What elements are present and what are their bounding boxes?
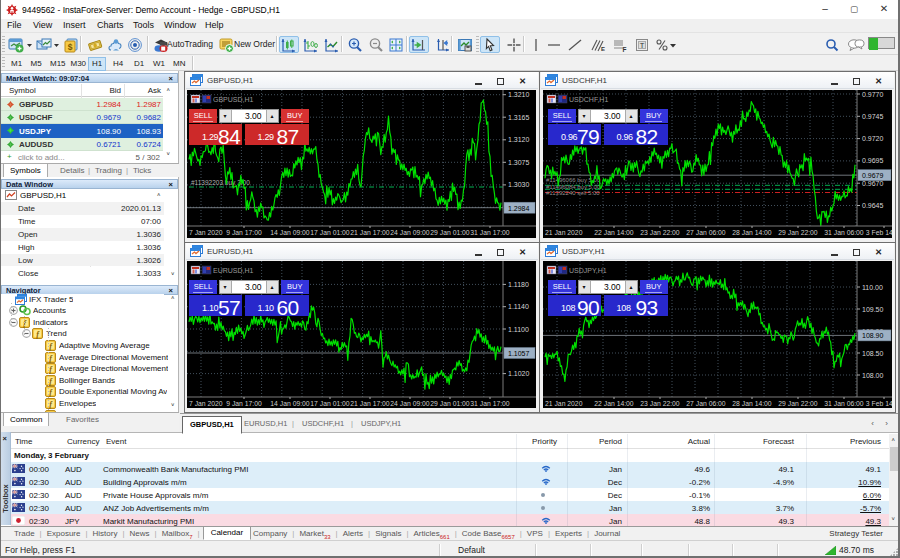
svg-text:21 Jan 2020: 21 Jan 2020 (545, 400, 583, 407)
svg-text:E: E (601, 46, 605, 52)
svg-text:T: T (640, 41, 645, 50)
svg-text:24 Jan 09:00: 24 Jan 09:00 (390, 229, 430, 236)
svg-text:#11392240 sell 5.00: #11392240 sell 5.00 (546, 190, 600, 196)
svg-text:0.9745: 0.9745 (862, 113, 884, 120)
svg-text:31 Jan 06:00: 31 Jan 06:00 (824, 229, 864, 236)
svg-text:24 Jan 09:00: 24 Jan 09:00 (390, 400, 430, 407)
svg-text:21 Jan 17:00: 21 Jan 17:00 (350, 229, 390, 236)
svg-text:9 Jan 17:00: 9 Jan 17:00 (226, 229, 262, 236)
svg-text:0.9645: 0.9645 (862, 202, 884, 209)
svg-text:F: F (623, 45, 627, 52)
svg-text:1.1180: 1.1180 (508, 281, 529, 288)
svg-text:29 Jan 22:00: 29 Jan 22:00 (778, 400, 818, 407)
svg-text:22 Jan 14:00: 22 Jan 14:00 (594, 400, 634, 407)
svg-text:17 Jan 01:00: 17 Jan 01:00 (310, 400, 350, 407)
svg-text:108.50: 108.50 (862, 350, 884, 357)
svg-text:27 Jan 06:00: 27 Jan 06:00 (686, 229, 726, 236)
svg-text:31 Jan 06:00: 31 Jan 06:00 (824, 400, 864, 407)
svg-text:0.9695: 0.9695 (862, 157, 884, 164)
svg-text:USDJPY,H1: USDJPY,H1 (569, 267, 607, 274)
svg-text:110.00: 110.00 (862, 284, 883, 291)
svg-text:1.3165: 1.3165 (508, 114, 530, 121)
svg-text:28 Jan 14:00: 28 Jan 14:00 (732, 400, 772, 407)
svg-text:USDCHF,H1: USDCHF,H1 (569, 96, 608, 103)
svg-text:14 Jan 09:00: 14 Jan 09:00 (270, 400, 310, 407)
svg-text:9 Jan 17:00: 9 Jan 17:00 (226, 400, 262, 407)
svg-text:108.00: 108.00 (862, 372, 884, 379)
svg-text:108.90: 108.90 (862, 332, 884, 339)
svg-text:17 Jan 01:00: 17 Jan 01:00 (310, 229, 350, 236)
svg-text:1.3210: 1.3210 (508, 91, 530, 98)
svg-text:0.9770: 0.9770 (862, 91, 884, 98)
svg-text:28 Jan 14:00: 28 Jan 14:00 (732, 229, 772, 236)
svg-text:21 Jan 2020: 21 Jan 2020 (545, 229, 583, 236)
svg-text:109.50: 109.50 (862, 306, 884, 313)
svg-text:1.3120: 1.3120 (508, 136, 530, 143)
svg-text:1.1140: 1.1140 (508, 303, 529, 310)
svg-text:GBPUSD,H1: GBPUSD,H1 (213, 96, 254, 103)
svg-text:27 Jan 06:00: 27 Jan 06:00 (686, 400, 726, 407)
svg-text:3 Feb 14:00: 3 Feb 14:00 (866, 229, 892, 236)
svg-text:1.1100: 1.1100 (508, 326, 529, 333)
svg-text:1.3075: 1.3075 (508, 159, 530, 166)
svg-text:23 Jan 22:00: 23 Jan 22:00 (640, 229, 680, 236)
svg-text:1.1020: 1.1020 (508, 370, 530, 377)
svg-text:22 Jan 14:00: 22 Jan 14:00 (594, 229, 634, 236)
svg-text:0.9720: 0.9720 (862, 135, 884, 142)
svg-text:31 Jan 17:00: 31 Jan 17:00 (470, 400, 510, 407)
svg-text:1.3030: 1.3030 (508, 181, 530, 188)
svg-text:29 Jan 01:00: 29 Jan 01:00 (430, 400, 470, 407)
svg-text:1.2984: 1.2984 (508, 205, 530, 212)
svg-text:$: $ (68, 41, 73, 51)
svg-text:29 Jan 22:00: 29 Jan 22:00 (778, 229, 818, 236)
svg-text:14 Jan 09:00: 14 Jan 09:00 (270, 229, 310, 236)
svg-text:29 Jan 01:00: 29 Jan 01:00 (430, 229, 470, 236)
svg-text:EURUSD,H1: EURUSD,H1 (213, 267, 254, 274)
svg-text:3 Feb 14:00: 3 Feb 14:00 (866, 400, 892, 407)
svg-text:23 Jan 22:00: 23 Jan 22:00 (640, 400, 680, 407)
svg-text:#11496084 buy 5.00: #11496084 buy 5.00 (546, 184, 601, 190)
svg-text:21 Jan 17:00: 21 Jan 17:00 (350, 400, 390, 407)
svg-text:31 Jan 17:00: 31 Jan 17:00 (470, 229, 510, 236)
svg-text:1.1057: 1.1057 (508, 350, 530, 357)
svg-text:0.9679: 0.9679 (862, 172, 884, 179)
svg-text:7 Jan 2020: 7 Jan 2020 (189, 400, 223, 407)
svg-text:7 Jan 2020: 7 Jan 2020 (189, 229, 223, 236)
